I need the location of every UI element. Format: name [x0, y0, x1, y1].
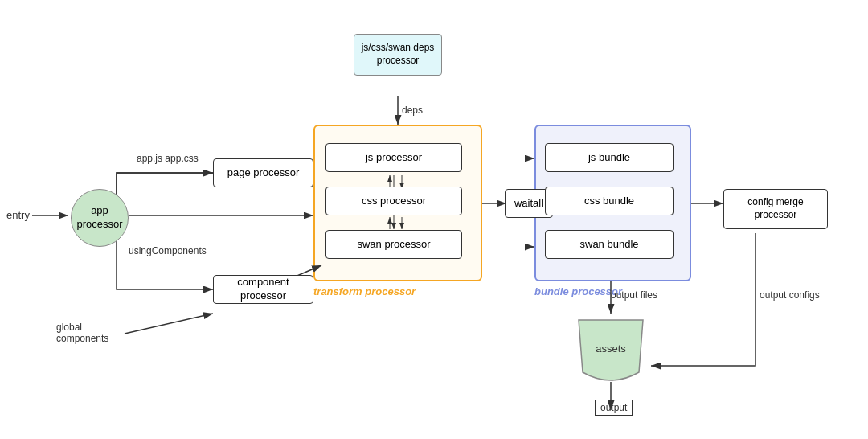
waitall-label: waitall [514, 197, 543, 211]
using-components-label: usingComponents [129, 245, 207, 256]
deps-processor-label: js/css/swan deps processor [362, 42, 435, 67]
output-files-label: output files [611, 289, 657, 301]
page-processor-label: page processor [227, 166, 300, 180]
component-processor-label: component processor [237, 276, 289, 303]
transform-processor-label: transform processor [313, 285, 416, 297]
js-processor-node: js processor [326, 143, 462, 172]
app-js-css-label: app.js app.css [137, 153, 199, 164]
output-configs-label: output configs [760, 289, 820, 301]
deps-processor-node: js/css/swan deps processor [354, 34, 442, 76]
page-processor-node: page processor [213, 158, 313, 187]
architecture-diagram: transform processor bundle processor [0, 0, 868, 439]
config-merge-node: config merge processor [723, 189, 828, 229]
app-processor-label: app processor [76, 204, 122, 232]
config-merge-label: config merge processor [747, 196, 803, 221]
entry-label: entry [6, 209, 30, 221]
global-components-label: global components [56, 322, 108, 344]
bundle-processor-label: bundle processor [534, 285, 622, 297]
swan-bundle-label: swan bundle [580, 238, 639, 252]
swan-bundle-node: swan bundle [545, 230, 674, 259]
svg-text:assets: assets [596, 343, 626, 355]
js-bundle-label: js bundle [588, 151, 630, 165]
js-bundle-node: js bundle [545, 143, 674, 172]
swan-processor-label: swan processor [357, 238, 430, 252]
css-processor-node: css processor [326, 187, 462, 215]
assets-bucket-svg: assets [575, 312, 647, 384]
css-bundle-label: css bundle [584, 195, 634, 208]
css-bundle-node: css bundle [545, 187, 674, 215]
svg-line-6 [125, 314, 213, 334]
css-processor-label: css processor [362, 195, 426, 208]
output-label: output [595, 400, 633, 416]
app-processor-node: app processor [71, 189, 129, 247]
swan-processor-node: swan processor [326, 230, 462, 259]
component-processor-node: component processor [213, 275, 313, 304]
deps-label: deps [402, 105, 423, 116]
js-processor-label: js processor [366, 151, 422, 165]
